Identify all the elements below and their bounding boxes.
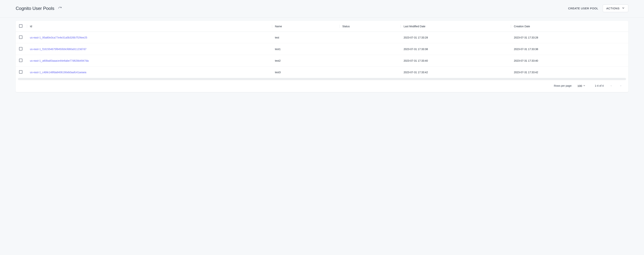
column-label: Creation Date [514,25,530,28]
row-checkbox-cell [16,43,27,55]
row-creation-date-cell: 2023-07-31 17:33:40 [511,55,628,66]
row-name-cell: test1 [272,43,340,55]
user-pools-table: Id Name Status Last Modified Date [16,21,628,78]
row-id-cell: us-east-1_c4bfe148fda8406190eb0aafc41aea… [27,66,272,78]
table-row: us-east-1_a60ba83aaace44e6abe77d62bb4947… [16,55,628,66]
row-checkbox[interactable] [19,70,22,74]
actions-dropdown-button[interactable]: ACTIONS [603,4,628,12]
column-header-creation-date[interactable]: Creation Date [511,21,628,32]
column-label: Last Modified Date [404,25,426,28]
row-status-cell [339,43,400,55]
row-id-cell: us-east-1_95a80e3ca77e4e31a5b326b7f1f4ee… [27,32,272,43]
column-divider [511,25,511,28]
header-right: CREATE USER POOL ACTIONS [568,4,628,12]
column-label: Name [275,25,282,28]
row-creation-date-cell: 2023-07-31 17:33:28 [511,32,628,43]
previous-page-button[interactable] [609,84,613,88]
content: Id Name Status Last Modified Date [0,18,644,100]
row-id-cell: us-east-1_a60ba83aaace44e6abe77d62bb4947… [27,55,272,66]
user-pool-id-link[interactable]: us-east-1_95a80e3ca77e4e31a5b326b7f1f4ee… [30,36,87,39]
row-checkbox[interactable] [19,59,22,62]
column-header-status[interactable]: Status [339,21,400,32]
row-creation-date-cell: 2023-07-31 17:33:38 [511,43,628,55]
row-id-cell: us-east-1_f181554675f8450b9cfd80a91123d7… [27,43,272,55]
row-checkbox-cell [16,55,27,66]
row-name-cell: test2 [272,55,340,66]
caret-down-icon [583,85,585,86]
table-row: us-east-1_c4bfe148fda8406190eb0aafc41aea… [16,66,628,78]
horizontal-scrollbar[interactable] [18,78,626,80]
select-all-checkbox[interactable] [19,24,22,28]
user-pools-table-card: Id Name Status Last Modified Date [16,21,628,92]
row-last-modified-cell: 2023-07-31 17:33:28 [400,32,511,43]
row-last-modified-cell: 2023-07-31 17:33:38 [400,43,511,55]
column-label: Status [342,25,350,28]
row-last-modified-cell: 2023-07-31 17:33:42 [400,66,511,78]
chevron-down-icon [622,6,625,10]
user-pool-id-link[interactable]: us-east-1_a60ba83aaace44e6abe77d62bb4947… [30,59,89,62]
refresh-icon[interactable] [58,6,62,11]
row-checkbox-cell [16,66,27,78]
row-checkbox[interactable] [19,36,22,39]
column-divider [272,25,272,28]
column-divider [400,25,401,28]
row-checkbox[interactable] [19,47,22,50]
row-name-cell: test [272,32,340,43]
row-checkbox-cell [16,32,27,43]
rows-per-page-value: 100 [577,84,582,88]
row-status-cell [339,66,400,78]
page-range-text: 1-4 of 4 [595,84,604,87]
actions-label: ACTIONS [606,7,620,10]
table-row: us-east-1_95a80e3ca77e4e31a5b326b7f1f4ee… [16,32,628,43]
pagination-bar: Rows per page: 100 1-4 of 4 [16,80,628,92]
create-user-pool-button[interactable]: CREATE USER POOL [568,7,598,10]
table-row: us-east-1_f181554675f8450b9cfd80a91123d7… [16,43,628,55]
page-header: Cognito User Pools CREATE USER POOL ACTI… [0,0,644,18]
row-status-cell [339,32,400,43]
next-page-button[interactable] [618,84,623,88]
row-status-cell [339,55,400,66]
column-header-checkbox [16,21,27,32]
column-header-name[interactable]: Name [272,21,340,32]
column-divider [339,25,340,28]
column-header-id[interactable]: Id [27,21,272,32]
header-left: Cognito User Pools [16,6,62,11]
row-name-cell: test3 [272,66,340,78]
page-title: Cognito User Pools [16,6,54,11]
row-last-modified-cell: 2023-07-31 17:33:40 [400,55,511,66]
rows-per-page-label: Rows per page: [554,84,572,87]
user-pool-id-link[interactable]: us-east-1_f181554675f8450b9cfd80a91123d7… [30,48,86,51]
column-label: Id [30,25,32,28]
user-pool-id-link[interactable]: us-east-1_c4bfe148fda8406190eb0aafc41aea… [30,71,86,74]
rows-per-page-select[interactable]: 100 [577,84,585,88]
column-header-last-modified[interactable]: Last Modified Date [400,21,511,32]
row-creation-date-cell: 2023-07-31 17:33:42 [511,66,628,78]
